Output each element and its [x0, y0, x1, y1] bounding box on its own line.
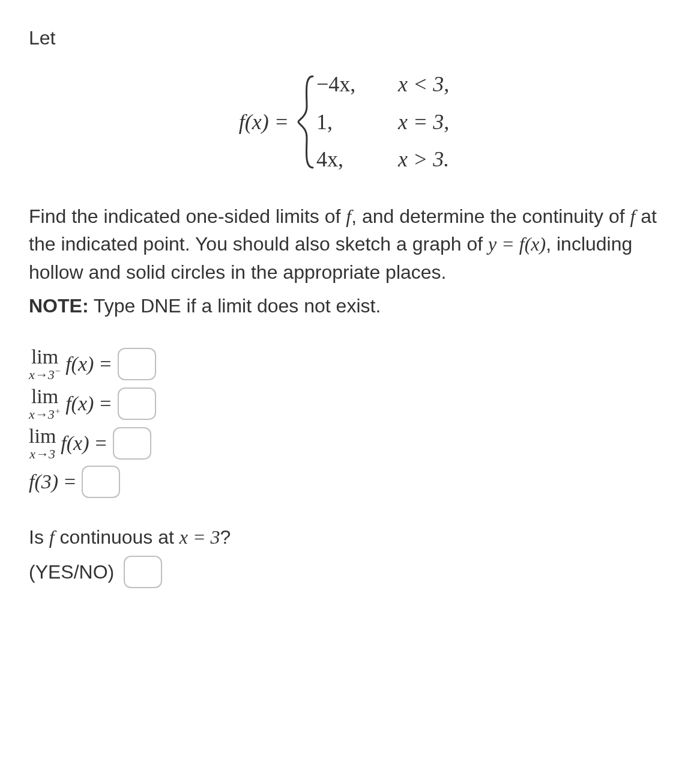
- cont-xeq: x = 3: [180, 526, 220, 548]
- case-cond-1: x = 3,: [398, 106, 449, 138]
- continuity-question: Is f continuous at x = 3?: [29, 523, 659, 551]
- eq-sign: =: [95, 428, 107, 458]
- function-lhs: f(x) =: [239, 106, 289, 138]
- lim-sub-right: x→3+: [29, 408, 61, 421]
- limit-left-input[interactable]: [118, 348, 156, 380]
- lim-left-func: f(x): [65, 349, 94, 378]
- limit-two-sided-input[interactable]: [113, 427, 151, 460]
- lim-word: lim: [31, 386, 58, 407]
- yes-no-input[interactable]: [124, 556, 162, 588]
- left-brace-icon: [296, 68, 316, 175]
- cont-f: f: [49, 526, 55, 548]
- note-label: NOTE:: [29, 295, 89, 317]
- case-expr-0: −4x,: [316, 68, 370, 100]
- case-expr-2: 4x,: [316, 144, 370, 175]
- instr-f2: f: [630, 205, 635, 227]
- instr-part1: Find the indicated one-sided limits of: [29, 205, 346, 227]
- instr-eq: y = f(x): [488, 233, 546, 255]
- instr-f1: f: [346, 205, 351, 227]
- cont-mid: continuous at: [55, 526, 180, 548]
- lim-word: lim: [29, 426, 56, 446]
- eq-sign: =: [100, 349, 111, 378]
- lim-func: f(x): [61, 428, 89, 458]
- limit-right-row: lim x→3+ f(x) =: [29, 386, 659, 421]
- cont-pre: Is: [29, 526, 49, 548]
- piecewise-function: f(x) = −4x, x < 3, 1, x = 3, 4x, x > 3.: [29, 68, 659, 175]
- case-expr-1: 1,: [316, 106, 370, 138]
- limit-two-sided-row: lim x→3 f(x) =: [29, 426, 659, 461]
- lim-sub-left: x→3−: [29, 368, 61, 381]
- limit-left-row: lim x→3− f(x) =: [29, 347, 659, 381]
- case-cond-2: x > 3.: [398, 144, 449, 175]
- cont-post: ?: [220, 526, 231, 548]
- eq-sign: =: [64, 467, 76, 496]
- intro-text: Let: [29, 24, 659, 52]
- case-cond-0: x < 3,: [398, 68, 449, 100]
- limit-right-input[interactable]: [118, 387, 156, 420]
- f-of-3-row: f(3) =: [29, 466, 659, 498]
- instr-part2: , and determine the continuity of: [351, 205, 630, 227]
- yes-no-label: (YES/NO): [29, 558, 114, 586]
- yes-no-row: (YES/NO): [29, 556, 659, 588]
- f-of-3-input[interactable]: [82, 466, 120, 498]
- lim-word: lim: [31, 347, 58, 367]
- eq-sign: =: [100, 389, 111, 418]
- instructions-paragraph: Find the indicated one-sided limits of f…: [29, 202, 659, 286]
- lim-sub-two: x→3: [29, 448, 55, 461]
- note-line: NOTE: Type DNE if a limit does not exist…: [29, 292, 659, 320]
- f-of-3-label: f(3): [29, 467, 58, 496]
- note-text: Type DNE if a limit does not exist.: [89, 295, 381, 317]
- lim-right-func: f(x): [65, 389, 94, 418]
